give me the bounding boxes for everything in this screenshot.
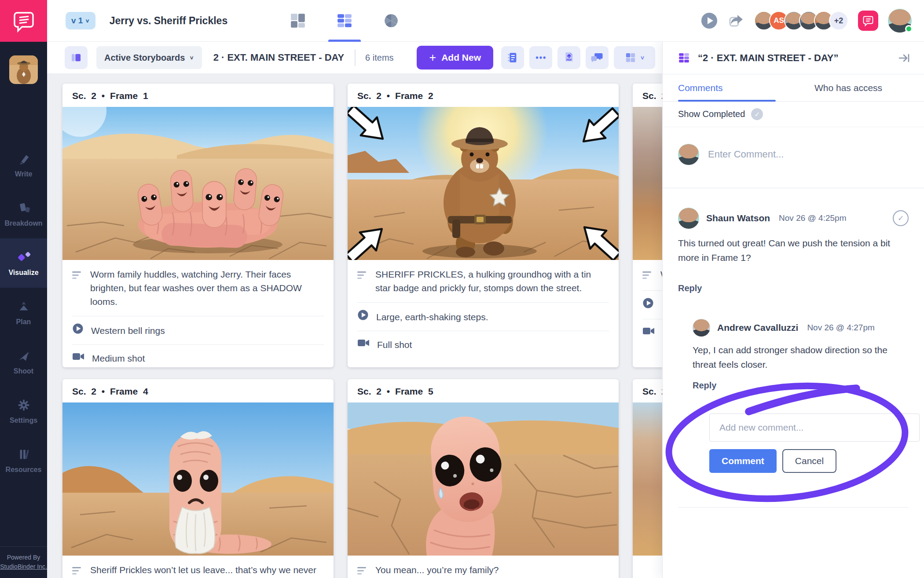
online-status-dot bbox=[905, 25, 913, 33]
show-completed-toggle[interactable]: ✓ bbox=[751, 108, 763, 120]
project-thumbnail-image bbox=[9, 55, 38, 84]
reply-button[interactable]: Reply bbox=[693, 380, 716, 391]
sidebar-item-breakdown[interactable]: Breakdown bbox=[0, 189, 47, 238]
description-row[interactable]: Worm family huddles, watching Jerry. The… bbox=[62, 260, 334, 316]
audio-play-icon bbox=[642, 297, 654, 312]
pdf-download-icon: PDF bbox=[562, 51, 576, 64]
shot-row[interactable] bbox=[633, 319, 662, 346]
view-grid-tab[interactable] bbox=[334, 0, 356, 42]
comment-timestamp: Nov 26 @ 4:27pm bbox=[807, 323, 874, 333]
reply-button[interactable]: Reply bbox=[678, 283, 702, 293]
frame-image[interactable] bbox=[62, 107, 334, 260]
enter-comment-input[interactable] bbox=[708, 149, 909, 160]
tab-comments[interactable]: Comments bbox=[678, 74, 776, 101]
comments-view-button[interactable] bbox=[586, 46, 609, 69]
camera-icon bbox=[642, 326, 655, 340]
sidebar-item-write[interactable]: Write bbox=[0, 140, 47, 189]
audio-row[interactable] bbox=[633, 291, 662, 319]
description-row[interactable]: You mean... you’re my family? bbox=[348, 556, 619, 578]
chat-bubble-icon bbox=[862, 15, 874, 26]
visualize-diamonds-icon bbox=[16, 250, 32, 265]
chevron-down-icon: ∨ bbox=[85, 18, 89, 24]
avatar-overflow-count[interactable]: +2 bbox=[829, 11, 848, 30]
powered-by[interactable]: Powered By StudioBinder Inc. bbox=[0, 546, 47, 578]
sidebar-item-settings[interactable]: Settings bbox=[0, 386, 47, 435]
storyboard-card-frame-4[interactable]: Sc. 2 • Frame 4 bbox=[62, 379, 334, 578]
baby-worm bbox=[426, 414, 505, 556]
view-aperture-tab[interactable] bbox=[380, 0, 402, 42]
frame-description: Sheriff Prickles won’t let us leave... t… bbox=[90, 563, 324, 577]
version-dropdown[interactable]: v 1 ∨ bbox=[66, 12, 95, 29]
comments-panel: “2 · EXT. MAIN STREET - DAY” Comments Wh… bbox=[662, 42, 924, 578]
storyboard-card-frame-1[interactable]: Sc. 2 • Frame 1 bbox=[62, 84, 334, 367]
more-options-button[interactable] bbox=[529, 46, 552, 69]
audio-row[interactable]: Large, earth-shaking steps. bbox=[348, 303, 619, 331]
audio-play-icon bbox=[357, 309, 369, 324]
show-completed-row: Show Completed ✓ bbox=[663, 102, 924, 127]
mosaic-layout-icon bbox=[290, 12, 306, 29]
storyboard-card-partial[interactable]: Sc. 2 W c bbox=[633, 84, 662, 367]
storyboards-dropdown[interactable]: Active Storyboards ∨ bbox=[96, 46, 202, 69]
new-comment-box: Comment Cancel bbox=[709, 413, 909, 473]
comment-submit-button[interactable]: Comment bbox=[709, 449, 777, 473]
shot-row[interactable]: Medium shot bbox=[62, 345, 334, 367]
sidebar: Write Breakdown Visualize bbox=[0, 0, 47, 578]
sidebar-item-resources[interactable]: Resources bbox=[0, 435, 47, 485]
frame-image[interactable] bbox=[348, 402, 619, 556]
panel-layout-button[interactable] bbox=[65, 46, 88, 69]
sidebar-nav: Write Breakdown Visualize bbox=[0, 140, 47, 485]
frame-label: Sc. 2 bbox=[633, 379, 662, 402]
view-mosaic-tab[interactable] bbox=[287, 0, 309, 42]
script-notes-button[interactable] bbox=[501, 46, 524, 69]
frame-label: Sc. 2 • Frame 1 bbox=[62, 84, 334, 107]
frame-image[interactable] bbox=[62, 402, 334, 556]
studiobinder-logo[interactable] bbox=[0, 0, 47, 42]
resolve-check-button[interactable]: ✓ bbox=[893, 210, 909, 226]
panel-header: “2 · EXT. MAIN STREET - DAY” bbox=[663, 42, 924, 74]
chat-bubbles-icon bbox=[590, 51, 604, 64]
frame-label: Sc. 2 bbox=[633, 84, 662, 107]
chat-bubble-logo-icon bbox=[12, 10, 35, 33]
frame-audio: Large, earth-shaking steps. bbox=[376, 310, 609, 324]
sidebar-item-shoot[interactable]: Shoot bbox=[0, 337, 47, 386]
commenter-name: Andrew Cavalluzzi bbox=[717, 322, 798, 333]
frame-image[interactable] bbox=[633, 402, 662, 556]
export-pdf-button[interactable]: PDF bbox=[557, 46, 580, 69]
pen-icon bbox=[16, 151, 31, 166]
sheriff-groundhog-illustration bbox=[348, 107, 619, 260]
tab-who-has-access[interactable]: Who has access bbox=[814, 74, 882, 101]
card-fields-dropdown[interactable]: ∨ bbox=[614, 46, 655, 69]
storyboard-grid-icon bbox=[678, 52, 690, 64]
share-button[interactable] bbox=[728, 12, 744, 29]
description-row[interactable]: W c bbox=[633, 260, 662, 290]
page-title: Jerry vs. Sheriff Prickles bbox=[110, 15, 228, 27]
storyboard-card-frame-5[interactable]: Sc. 2 • Frame 5 bbox=[348, 379, 619, 578]
play-circle-icon bbox=[700, 12, 718, 29]
sidebar-item-plan[interactable]: Plan bbox=[0, 288, 47, 337]
cancel-button[interactable]: Cancel bbox=[782, 449, 836, 473]
description-row[interactable]: SHERIFF PRICKLES, a hulking groundhog wi… bbox=[348, 260, 619, 302]
frame-shot: Medium shot bbox=[92, 351, 324, 365]
frame-image[interactable] bbox=[633, 107, 662, 260]
studiobinder-app: Write Breakdown Visualize bbox=[0, 0, 924, 578]
frame-label: Sc. 2 • Frame 5 bbox=[348, 379, 619, 402]
powered-by-line1: Powered By bbox=[0, 553, 47, 562]
add-new-comment-input[interactable] bbox=[709, 413, 920, 442]
comments-toggle-button[interactable] bbox=[858, 11, 878, 31]
frame-image[interactable] bbox=[348, 107, 619, 260]
storyboard-card-partial[interactable]: Sc. 2 bbox=[633, 379, 662, 578]
collapse-panel-icon[interactable] bbox=[898, 51, 911, 65]
description-icon bbox=[72, 269, 83, 283]
collaborator-avatars: AS +2 bbox=[754, 11, 848, 30]
audio-row[interactable]: Western bell rings bbox=[62, 316, 334, 344]
sidebar-item-visualize[interactable]: Visualize bbox=[0, 238, 47, 288]
present-play-button[interactable] bbox=[700, 12, 718, 29]
shot-row[interactable]: Full shot bbox=[348, 331, 619, 358]
scene-title: 2 · EXT. MAIN STREET - DAY bbox=[213, 52, 344, 63]
frame-description: SHERIFF PRICKLES, a hulking groundhog wi… bbox=[375, 267, 609, 295]
description-row[interactable]: Sheriff Prickles won’t let us leave... t… bbox=[62, 556, 334, 578]
project-thumbnail[interactable] bbox=[9, 55, 38, 84]
storyboard-card-frame-2[interactable]: Sc. 2 • Frame 2 bbox=[348, 84, 619, 367]
add-new-button[interactable]: + Add New bbox=[417, 46, 493, 70]
current-user-avatar[interactable] bbox=[888, 9, 912, 33]
